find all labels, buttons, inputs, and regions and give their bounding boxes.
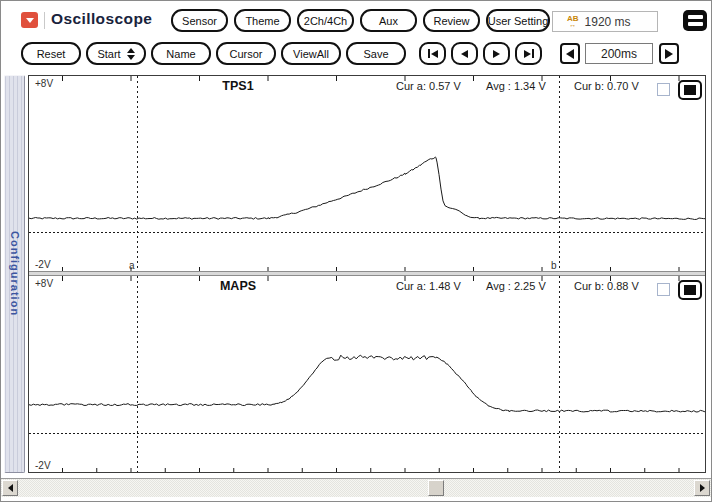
cursor-a-marker[interactable]: a xyxy=(129,260,135,271)
waveform-tps1 xyxy=(29,76,705,271)
app-title: Oscilloscope xyxy=(51,10,152,28)
skip-first-button[interactable] xyxy=(419,42,446,65)
start-button[interactable]: Start xyxy=(86,42,146,65)
theme-button[interactable]: Theme xyxy=(234,9,291,32)
volts-top-label: +8V xyxy=(35,78,53,89)
step-back-icon xyxy=(461,50,468,58)
app-menu-dropdown-icon[interactable] xyxy=(21,12,38,28)
volts-bottom-label: -2V xyxy=(35,259,51,270)
viewall-button[interactable]: ViewAll xyxy=(281,42,341,65)
waveform-maps xyxy=(29,276,705,472)
arrow-right-icon xyxy=(665,49,673,59)
divider xyxy=(44,12,45,29)
name-button[interactable]: Name xyxy=(151,42,211,65)
time-step-increase-button[interactable] xyxy=(659,43,679,64)
ab-range-icon: AB ↔ xyxy=(567,16,579,28)
review-button[interactable]: Review xyxy=(423,9,480,32)
dual-pane-icon[interactable] xyxy=(683,10,707,31)
channel-tps1: +8V TPS1 Cur a: 0.57 V Avg : 1.34 V Cur … xyxy=(29,76,705,271)
time-step-decrease-button[interactable] xyxy=(560,43,580,64)
skip-last-button[interactable] xyxy=(515,42,542,65)
cursor-a-readout: Cur a: 1.48 V xyxy=(396,280,461,292)
ab-time-range-display[interactable]: AB ↔ 1920 ms xyxy=(552,11,658,32)
cursor-b-marker[interactable]: b xyxy=(551,260,557,271)
arrow-right-icon xyxy=(700,484,705,492)
save-button[interactable]: Save xyxy=(346,42,406,65)
horizontal-scrollbar[interactable] xyxy=(1,478,711,497)
time-per-div-display[interactable]: 200ms xyxy=(585,43,653,64)
user-setting-button[interactable]: User Setting xyxy=(486,9,550,32)
channel-mode-button[interactable]: 2Ch/4Ch xyxy=(297,9,354,32)
step-back-button[interactable] xyxy=(451,42,478,65)
cursor-a-readout: Cur a: 0.57 V xyxy=(396,80,461,92)
scroll-left-button[interactable] xyxy=(2,480,18,496)
arrow-left-icon xyxy=(8,484,13,492)
channel-maps: +8V MAPS Cur a: 1.48 V Avg : 2.25 V Cur … xyxy=(29,276,705,472)
configuration-panel-tab[interactable]: Configuration xyxy=(4,75,25,473)
scrollbar-thumb[interactable] xyxy=(428,480,444,496)
sensor-button[interactable]: Sensor xyxy=(171,9,228,32)
step-forward-icon xyxy=(493,50,500,58)
aux-button[interactable]: Aux xyxy=(360,9,417,32)
channel-color-button[interactable] xyxy=(678,80,702,100)
volts-top-label: +8V xyxy=(35,278,53,289)
avg-readout: Avg : 2.25 V xyxy=(486,280,546,292)
ab-time-value: 1920 ms xyxy=(585,15,631,29)
scroll-right-button[interactable] xyxy=(694,480,710,496)
configuration-panel-label: Configuration xyxy=(9,231,21,316)
skip-last-icon xyxy=(524,50,531,58)
dropdown-triangle-icon xyxy=(26,18,34,23)
cursor-b-readout: Cur b: 0.88 V xyxy=(574,280,639,292)
channel-title: TPS1 xyxy=(178,79,298,93)
up-down-spinner-icon[interactable] xyxy=(127,48,135,60)
volts-bottom-label: -2V xyxy=(35,460,51,471)
scope-display: +8V TPS1 Cur a: 0.57 V Avg : 1.34 V Cur … xyxy=(28,75,706,473)
avg-readout: Avg : 1.34 V xyxy=(486,80,546,92)
channel-select-checkbox[interactable] xyxy=(657,83,670,96)
oscilloscope-window: Oscilloscope Sensor Theme 2Ch/4Ch Aux Re… xyxy=(0,0,712,502)
reset-button[interactable]: Reset xyxy=(21,42,81,65)
cursor-b-readout: Cur b: 0.70 V xyxy=(574,80,639,92)
cursor-button[interactable]: Cursor xyxy=(216,42,276,65)
step-forward-button[interactable] xyxy=(483,42,510,65)
arrow-left-icon xyxy=(566,49,574,59)
channel-title: MAPS xyxy=(178,279,298,293)
skip-first-icon xyxy=(428,49,430,58)
start-button-label: Start xyxy=(97,48,120,60)
channel-color-button[interactable] xyxy=(678,280,702,300)
channel-select-checkbox[interactable] xyxy=(657,283,670,296)
